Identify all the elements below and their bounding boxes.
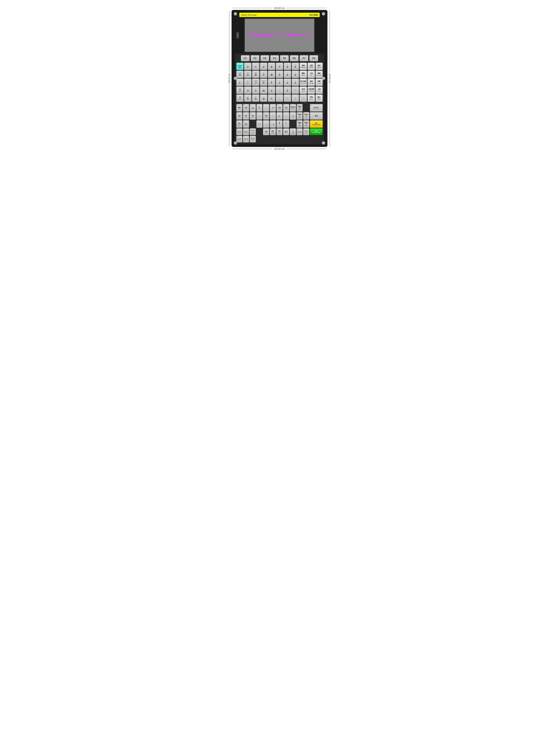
f8-key[interactable]: F8 [309,55,318,61]
key-pageup[interactable]: ⬆PageUp [236,86,244,94]
f3-key[interactable]: F3 [261,55,269,61]
key-7[interactable]: [7 [276,63,283,70]
key-f-letter[interactable]: &F [268,79,275,86]
key-edit[interactable]: 编辑 Edit [236,104,243,112]
key-spindle2-ccw[interactable]: 主轴2反转 Spindl 2 COW [303,120,309,128]
f5-key[interactable]: F5 [280,55,289,61]
key-down-arrow[interactable]: ↓ [292,94,299,102]
f1-key[interactable]: F1 [241,55,250,61]
f6-key[interactable]: F6 [290,55,298,61]
key-single-step[interactable]: 单步 Single step [243,120,249,128]
key-spindle1-ps[interactable]: 主轴1P/S Spindl 1 P/S [296,128,303,135]
key-rapid[interactable]: 快速 Rapid [263,112,269,120]
key-program[interactable]: 程序Program [315,63,323,70]
key-5[interactable]: 5 [284,70,291,78]
key-teach[interactable]: 示教 Teach [236,112,243,120]
key-6[interactable]: =6 [292,70,299,78]
key-diag-ur[interactable]: ↗ [270,104,276,112]
key-v[interactable]: !V [252,86,260,94]
key-spindle1-cw[interactable]: 主轴正转 Spindl 1 CW [290,104,296,112]
key-4[interactable]: )4 [276,70,283,78]
key-nav-up[interactable]: ↑ [263,104,269,112]
key-plus-minus[interactable]: +- [276,86,283,94]
key-backspace[interactable]: 退格Backspace [299,63,307,70]
key-m[interactable]: (M [268,70,275,78]
key-diag-dl2[interactable]: ↙↓ [256,120,263,128]
key-2[interactable]: >2 [284,79,291,86]
key-d[interactable]: PD [252,94,260,102]
key-q[interactable]: Q [260,94,267,102]
key-k2[interactable]: K2 [310,112,323,120]
key-stop-control[interactable]: 选停 Stop control [276,128,283,135]
key-cycle-start[interactable]: 启动 CYCLE START [310,128,323,135]
key-position[interactable]: 位置Position [308,63,315,70]
key-0[interactable]: #0 [284,86,291,94]
key-y[interactable]: Y [252,63,260,70]
key-reference[interactable]: 回零 Reference point [236,120,243,128]
key-auto[interactable]: 自动 Auto [243,104,249,112]
key-right-arrow[interactable]: → [299,94,307,102]
key-t[interactable]: T [268,94,275,102]
key-mdi[interactable]: MDI [250,104,256,112]
key-c-up[interactable]: C↑ [283,120,289,128]
key-c[interactable]: NC [260,70,267,78]
key-r[interactable]: ER [244,94,251,102]
key-left-arrow[interactable]: ← [284,94,291,102]
key-9[interactable]: %9 [292,63,299,70]
key-z[interactable]: °Z [260,63,267,70]
key-diag-dr[interactable]: ↘ [290,112,296,120]
key-drill[interactable]: 钻孔 Drill [243,112,249,120]
key-nav-right[interactable]: → [270,112,276,120]
key-tool-release[interactable]: 紧刀/松刀 Tool release [310,104,323,112]
key-b[interactable]: ENDB [252,70,260,78]
key-spindle2-cw[interactable]: 主轴2正转 Spindl 2 CW [296,104,303,112]
key-slash-dot[interactable]: /. [276,94,283,102]
key-coolant[interactable]: 冷却 Coolant [283,104,289,112]
key-check[interactable]: 诊断Check [315,79,323,86]
key-1[interactable]: <1 [276,79,283,86]
key-u[interactable]: ;U [244,86,251,94]
key-8[interactable]: ]8 [284,63,291,70]
key-x[interactable]: X [244,63,251,70]
key-nav-left[interactable]: ← [256,112,263,120]
key-cycle-stop[interactable]: 暂停 CYCLE STOP [310,120,323,128]
key-g[interactable]: °G [268,63,275,70]
key-b-up[interactable]: B↑ [276,120,283,128]
key-rapid-rate-plus[interactable]: 快速倍率+ Rapid rate+ [243,128,249,135]
key-l[interactable]: ~L [236,79,244,86]
key-reset[interactable]: RESET 复位 [236,63,244,70]
key-a[interactable]: DOA [244,70,251,78]
key-cancel[interactable]: 取消Cancel [299,86,307,94]
key-up-arrow[interactable]: ↑ [292,86,299,94]
key-k[interactable]: WHILEK [260,79,267,86]
key-skip-segment[interactable]: 跳段 Skip segment [270,128,276,135]
f2-key[interactable]: F2 [251,55,260,61]
key-spindle1-rate-plus[interactable]: 主轴1倍率+ Spindl 1 rate+ [250,128,256,135]
key-tool[interactable]: 刀具Tool [308,70,315,78]
key-message[interactable]: 信息Message [308,79,315,86]
key-cntclr[interactable]: 计数清零CNTCLR [308,86,315,94]
key-clamp[interactable]: 夹紧 Clamp [276,104,283,112]
key-feed-rate-plus[interactable]: 进给倍率+ Feed rate+ [236,128,243,135]
key-s[interactable]: S [268,86,275,94]
key-parameter[interactable]: 参数Parameter [315,70,323,78]
key-insert-alter[interactable]: 插入修改Insert Alter [299,79,307,86]
key-diag-ul[interactable]: ↖ [256,104,263,112]
key-diag-dl[interactable]: ↙ [276,112,283,120]
key-k1[interactable]: K1 [283,128,289,135]
key-feed-rate-minus[interactable]: 进给倍率- Feed rate- [236,136,243,143]
key-delete[interactable]: 删除Delete [299,70,307,78]
key-i[interactable]: IFI [244,79,251,86]
key-nav-down[interactable]: ↓ [283,112,289,120]
key-space[interactable]: 空格Space [308,94,315,102]
key-spindle1-rate-minus[interactable]: 主轴1倍率- Spindl 1 rate- [250,136,256,143]
key-diag-dr2[interactable]: ↓↘ [270,120,276,128]
key-spindle2-stop[interactable]: 主轴2停止 Spindl 2 Stop [303,112,309,120]
key-down2[interactable]: ↓ [263,120,269,128]
key-single[interactable]: 单段 Single [263,128,269,135]
key-manual[interactable]: 手动 Manual [250,112,256,120]
key-j[interactable]: THENJ [252,79,260,86]
key-spindle1-ccw[interactable]: 主轴1反转 Spindl 1 COW [296,120,303,128]
key-pagedown[interactable]: ⬇PageDown [236,94,244,102]
f7-key[interactable]: F7 [299,55,308,61]
